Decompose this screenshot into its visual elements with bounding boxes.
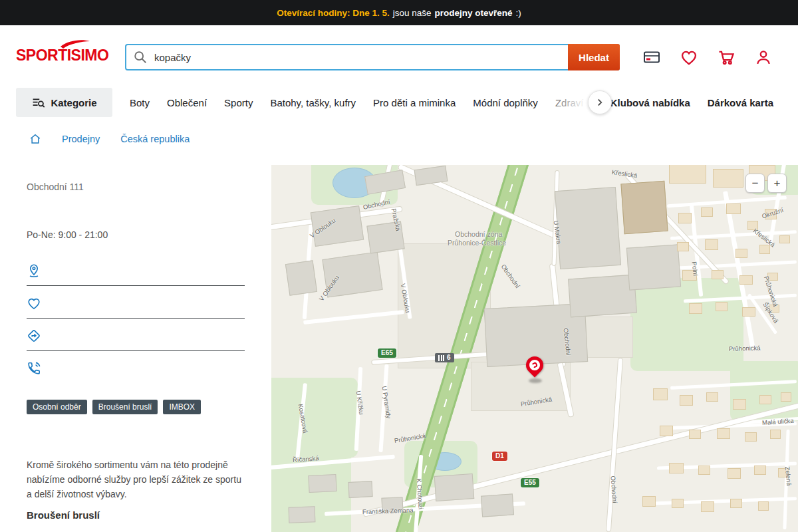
nav-item-sporty[interactable]: Sporty [224, 97, 253, 108]
map-building [770, 430, 781, 439]
motorway-icon [438, 355, 444, 361]
map-building [733, 399, 746, 410]
account-user-icon[interactable] [754, 48, 773, 66]
store-location-icon[interactable] [27, 263, 41, 278]
map-building [308, 474, 336, 493]
motorway-exit-badge: 6 [435, 353, 454, 362]
search-icon [126, 50, 153, 65]
map-building [726, 203, 741, 214]
sportisimo-logo[interactable]: SPORTISIMO [16, 47, 108, 65]
chevron-right-icon [594, 96, 606, 108]
store-address: Obchodní 111 [27, 182, 84, 192]
map-building [285, 260, 317, 295]
map-building [434, 473, 475, 501]
categories-menu-icon [31, 96, 45, 110]
street-label: Zelená [784, 466, 793, 486]
header: SPORTISIMO Hledat [0, 25, 798, 88]
phone-icon[interactable] [27, 361, 41, 376]
street-label: Průhonická [729, 344, 761, 352]
breadcrumb-prodejny[interactable]: Prodejny [62, 134, 100, 144]
tag-osobni-odber: Osobní odběr [27, 400, 87, 414]
home-icon[interactable] [29, 133, 41, 145]
announcement-highlight: Otevírací hodiny: Dne 1. 5. [277, 8, 390, 18]
map-building [713, 169, 743, 188]
store-hours: Po-Ne: 9:00 - 21:00 [27, 229, 108, 240]
zoom-out-button[interactable]: − [745, 174, 765, 193]
nav-item-doplnky[interactable]: Módní doplňky [473, 97, 538, 108]
map-building [689, 430, 701, 439]
street-label: Obchodní zóna [455, 230, 502, 238]
map-building [759, 395, 771, 404]
nav-item-deti[interactable]: Pro děti a miminka [373, 97, 456, 108]
directions-icon[interactable] [27, 329, 41, 343]
store-favorite-heart-icon[interactable] [27, 296, 41, 311]
store-description: Kromě širokého sortimentu vám na této pr… [27, 458, 247, 501]
map-green-area [271, 378, 358, 458]
announcement-text: jsou naše [393, 8, 432, 18]
store-tags: Osobní odběr Broušení bruslí IMBOX [27, 400, 201, 414]
map-building [716, 302, 728, 311]
announcement-bold: prodejny otevřené [435, 8, 513, 18]
map-building [678, 213, 692, 223]
map-building [717, 428, 730, 439]
map-building [739, 275, 753, 285]
map-building [728, 468, 741, 479]
map-building [754, 466, 766, 475]
tag-brouseni-brusli: Broušení bruslí [92, 400, 158, 414]
nav-item-boty[interactable]: Boty [130, 97, 150, 108]
map-building [348, 481, 372, 498]
favorites-heart-icon[interactable] [680, 48, 698, 66]
map-building [642, 496, 656, 507]
map-road [606, 358, 623, 532]
breadcrumb-ceska-republika[interactable]: Česká republika [120, 134, 190, 144]
map-building [660, 426, 673, 436]
divider [27, 285, 245, 286]
map-building [735, 249, 747, 258]
nav-item-klubova-nabidka[interactable]: Klubová nabídka [610, 97, 690, 108]
map-building [555, 187, 621, 269]
nav-item-darkova-karta[interactable]: Dárková karta [708, 97, 773, 108]
map-building [568, 275, 637, 318]
street-label: Polní [691, 261, 700, 277]
search-button[interactable]: Hledat [568, 44, 620, 70]
street-label: Křeslická [611, 168, 638, 179]
map-building [626, 244, 681, 290]
map-building [730, 499, 742, 508]
announcement-bar: Otevírací hodiny: Dne 1. 5. jsou naše pr… [0, 0, 798, 25]
map-building [672, 499, 684, 508]
map-building [653, 388, 668, 400]
categories-button[interactable]: Kategorie [16, 88, 112, 117]
map[interactable]: E65 6 D1 E55 − + ObchodníPražskáObchodní… [271, 165, 798, 532]
search-input[interactable] [153, 51, 568, 64]
nav-item-obleceni[interactable]: Oblečení [167, 97, 207, 108]
breadcrumb: Prodejny Česká republika [0, 130, 798, 148]
tag-imbox: IMBOX [163, 400, 201, 414]
map-building [689, 303, 702, 314]
map-minor-road [647, 497, 797, 505]
cart-icon[interactable] [717, 48, 735, 66]
road-badge-d1: D1 [492, 452, 507, 461]
map-building [706, 392, 718, 402]
map-building [289, 506, 316, 523]
store-detail-panel: Obchodní 111 Po-Ne: 9:00 - 21:00 Osobní … [0, 165, 271, 532]
map-minor-road [303, 310, 404, 325]
map-building [698, 466, 710, 475]
map-building [677, 242, 689, 251]
categories-label: Kategorie [51, 97, 96, 108]
road-badge-e65: E65 [378, 348, 396, 358]
map-pin-shadow [529, 378, 542, 383]
map-building [669, 165, 706, 184]
map-building [781, 392, 791, 402]
announcement-smiley: :) [516, 8, 521, 18]
logo-swoosh-icon [60, 39, 90, 49]
search-bar: Hledat [125, 44, 620, 70]
gift-card-icon[interactable] [642, 48, 661, 66]
nav-item-batohy[interactable]: Batohy, tašky, kufry [270, 97, 356, 108]
map-green-area [630, 278, 743, 371]
zoom-in-button[interactable]: + [767, 174, 787, 193]
map-building [745, 432, 757, 442]
street-label: Obchodní [499, 263, 521, 289]
street-label: Průhonice-Čestlice [448, 239, 506, 247]
map-building [712, 270, 724, 279]
nav-scroll-right-button[interactable] [588, 90, 612, 114]
